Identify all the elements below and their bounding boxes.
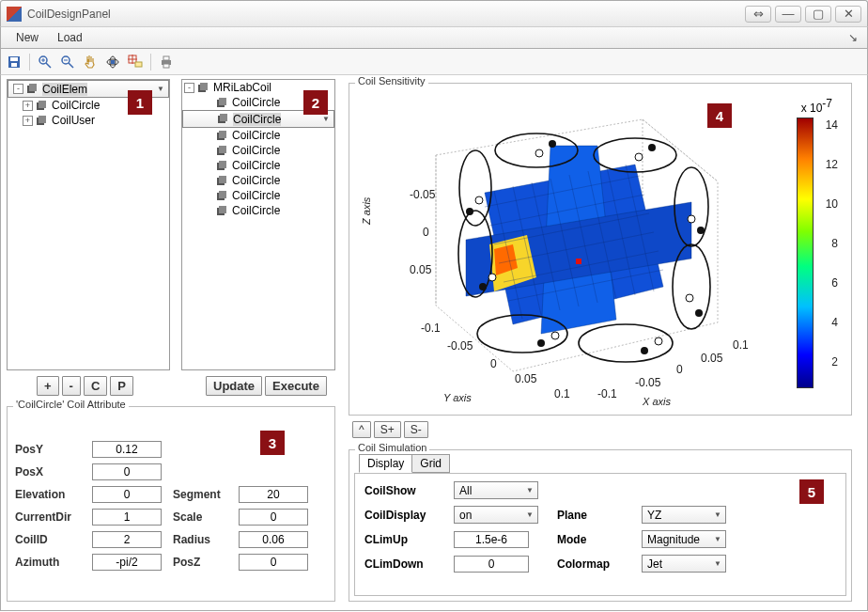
tab-grid[interactable]: Grid xyxy=(411,454,450,473)
toolbar-separator xyxy=(29,54,30,71)
posy-input[interactable] xyxy=(92,441,162,458)
rotate3d-icon[interactable] xyxy=(103,53,122,71)
radius-label: Radius xyxy=(173,533,227,546)
posz-input[interactable] xyxy=(239,554,308,571)
posx-input[interactable] xyxy=(92,463,162,480)
sensitivity-3d-plot[interactable]: -0.0500.05 -0.1-0.0500.050.1 -0.1-0.0500… xyxy=(353,89,767,409)
annotation-1: 1 xyxy=(128,90,152,115)
zoom-out-icon[interactable] xyxy=(58,53,77,71)
coilid-input[interactable] xyxy=(92,531,162,548)
tree2-item[interactable]: CoilCircle xyxy=(182,158,334,173)
elevation-input[interactable] xyxy=(92,486,162,503)
svg-point-52 xyxy=(537,339,545,347)
svg-rect-67 xyxy=(576,259,581,264)
coil-sensitivity-panel: Coil Sensitivity xyxy=(349,83,852,416)
pan-icon[interactable] xyxy=(81,53,100,71)
coilid-label: CoilID xyxy=(15,533,81,546)
azimuth-input[interactable] xyxy=(92,554,162,571)
svg-point-62 xyxy=(686,294,693,302)
svg-point-65 xyxy=(535,149,543,157)
add-button[interactable]: + xyxy=(37,376,59,396)
colormap-select[interactable]: Jet xyxy=(642,555,726,573)
tree-coilelem[interactable]: -CoilElem +CoilCircle +CoilUser xyxy=(7,79,170,370)
svg-text:0: 0 xyxy=(490,357,497,370)
svg-rect-18 xyxy=(163,56,169,60)
colorbar xyxy=(797,118,814,388)
sminus-button[interactable]: S- xyxy=(404,421,428,438)
coilshow-label: CoilShow xyxy=(364,484,435,497)
window-whatsthis-button[interactable]: ⇔ xyxy=(745,6,771,23)
menu-chevron-icon[interactable]: ↘ xyxy=(848,31,858,44)
svg-text:-0.05: -0.05 xyxy=(447,339,473,353)
coildisplay-label: CoilDisplay xyxy=(364,509,435,522)
tab-display[interactable]: Display xyxy=(359,454,412,473)
currentdir-label: CurrentDir xyxy=(15,510,81,524)
window-maximize-button[interactable]: ▢ xyxy=(805,6,831,23)
svg-point-59 xyxy=(488,274,496,281)
save-icon[interactable] xyxy=(5,53,23,71)
mode-select[interactable]: Magnitude xyxy=(642,530,726,548)
p-button[interactable]: P xyxy=(110,376,133,396)
tree2-item[interactable]: CoilCircle xyxy=(182,173,334,188)
print-icon[interactable] xyxy=(157,53,176,71)
svg-point-63 xyxy=(688,215,695,223)
radius-input[interactable] xyxy=(239,531,308,548)
svg-text:-0.05: -0.05 xyxy=(410,188,436,201)
tree2-item[interactable]: CoilCircle xyxy=(182,203,334,218)
tree2-item[interactable]: CoilCircle xyxy=(182,188,334,203)
svg-point-64 xyxy=(635,153,643,161)
execute-button[interactable]: Execute xyxy=(265,376,327,396)
svg-point-50 xyxy=(459,150,491,226)
currentdir-input[interactable] xyxy=(92,509,162,526)
svg-rect-16 xyxy=(135,62,142,67)
coildisplay-select[interactable]: on xyxy=(454,506,538,524)
azimuth-label: Azimuth xyxy=(15,556,81,569)
sim-legend: Coil Simulation xyxy=(355,442,429,453)
svg-point-57 xyxy=(549,140,556,148)
svg-point-51 xyxy=(479,283,487,290)
svg-rect-12 xyxy=(111,60,115,64)
climdown-input[interactable] xyxy=(454,556,529,573)
coilshow-select[interactable]: All xyxy=(454,481,538,499)
datacursor-icon[interactable] xyxy=(126,53,145,71)
menu-new[interactable]: New xyxy=(7,28,48,47)
svg-point-55 xyxy=(697,227,705,234)
svg-text:-0.05: -0.05 xyxy=(635,376,661,389)
tree2-item[interactable]: CoilCircle xyxy=(182,143,334,158)
c-button[interactable]: C xyxy=(84,376,107,396)
svg-point-54 xyxy=(695,309,703,317)
scale-input[interactable] xyxy=(239,509,308,526)
elevation-label: Elevation xyxy=(15,488,81,501)
z-axis-label: Z axis xyxy=(361,197,372,225)
update-button[interactable]: Update xyxy=(206,376,262,396)
svg-point-60 xyxy=(551,332,559,339)
delete-button[interactable]: - xyxy=(62,376,81,396)
toolbar-separator xyxy=(150,54,151,71)
attr-legend: 'CoilCircle' Coil Attribute xyxy=(13,399,129,410)
svg-text:0.05: 0.05 xyxy=(410,263,432,276)
annotation-2: 2 xyxy=(303,90,328,115)
coil-attribute-panel: 'CoilCircle' Coil Attribute PosY PosX El… xyxy=(7,406,335,602)
menu-load[interactable]: Load xyxy=(48,28,92,47)
svg-text:-0.1: -0.1 xyxy=(597,387,617,400)
svg-text:0: 0 xyxy=(423,226,429,239)
tree2-item[interactable]: CoilCircle xyxy=(182,128,334,143)
svg-point-66 xyxy=(475,196,483,204)
svg-rect-19 xyxy=(163,64,169,68)
app-icon xyxy=(7,7,22,22)
zoom-in-icon[interactable] xyxy=(36,53,54,71)
window-minimize-button[interactable]: — xyxy=(775,6,801,23)
window-close-button[interactable]: ✕ xyxy=(835,6,861,23)
svg-text:-0.1: -0.1 xyxy=(421,322,441,335)
caret-button[interactable]: ^ xyxy=(352,421,371,438)
plane-select[interactable]: YZ xyxy=(642,506,726,524)
plot-legend: Coil Sensitivity xyxy=(355,75,428,86)
tree-mrilabcoil[interactable]: -MRiLabCoil CoilCircle CoilCircle CoilCi… xyxy=(181,79,335,370)
climup-input[interactable] xyxy=(454,531,529,548)
splus-button[interactable]: S+ xyxy=(374,421,401,438)
svg-point-53 xyxy=(641,347,648,354)
segment-input[interactable] xyxy=(239,486,308,503)
tree1-item[interactable]: +CoilUser xyxy=(8,113,169,128)
annotation-3: 3 xyxy=(260,431,285,455)
svg-rect-1 xyxy=(10,57,18,61)
